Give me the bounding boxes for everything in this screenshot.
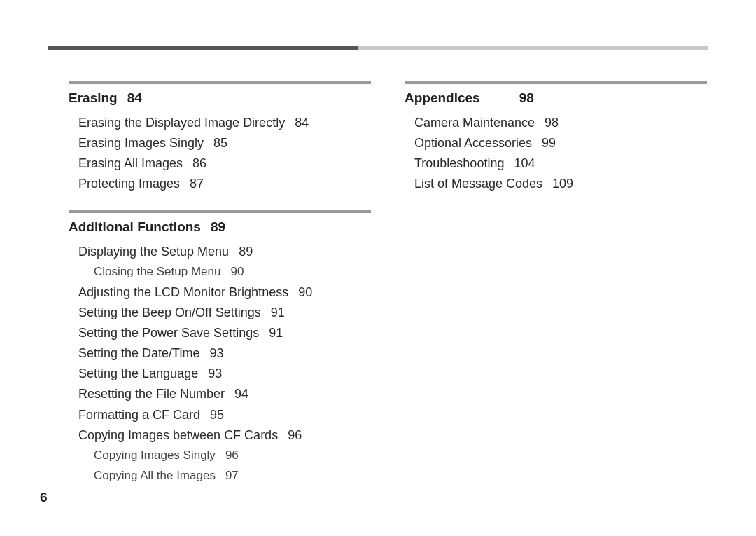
entry-title: Erasing Images Singly (78, 136, 204, 150)
section-divider (69, 210, 371, 213)
left-column: Erasing84Erasing the Displayed Image Dir… (69, 81, 371, 515)
toc-entry: Setting the Date/Time93 (69, 343, 371, 364)
toc-subentry: Closing the Setup Menu90 (69, 262, 371, 282)
entry-page: 93 (209, 346, 223, 360)
entry-title: Setting the Beep On/Off Settings (78, 305, 261, 319)
toc-section: Erasing84Erasing the Displayed Image Dir… (69, 81, 371, 195)
entry-title: Copying Images Singly (94, 448, 216, 462)
toc-entry: Protecting Images87 (69, 174, 371, 194)
entry-title: Optional Accessories (414, 136, 532, 150)
toc-section: Additional Functions89Displaying the Set… (69, 210, 371, 486)
entry-page: 109 (552, 177, 573, 191)
toc-entry: Setting the Power Save Settings91 (69, 323, 371, 343)
entry-title: Setting the Date/Time (78, 346, 200, 360)
toc-entry: Resetting the File Number94 (69, 384, 371, 404)
toc-entry: Formatting a CF Card95 (69, 405, 371, 425)
toc-subentry: Copying All the Images97 (69, 466, 371, 486)
entry-title: Copying All the Images (94, 469, 216, 482)
entry-title: Displaying the Setup Menu (78, 245, 229, 259)
section-divider (405, 81, 707, 84)
entry-title: Setting the Language (78, 366, 198, 380)
entry-page: 95 (210, 408, 224, 422)
entry-title: Erasing All Images (78, 156, 183, 170)
entry-page: 91 (271, 305, 285, 319)
toc-subentry: Copying Images Singly96 (69, 446, 371, 466)
section-title: Erasing (69, 90, 118, 105)
section-heading: Appendices98 (405, 90, 707, 106)
entry-page: 91 (269, 326, 283, 340)
page: Erasing84Erasing the Displayed Image Dir… (0, 0, 756, 536)
entry-title: Protecting Images (78, 177, 180, 191)
entry-page: 97 (225, 469, 239, 482)
section-page: 89 (211, 219, 225, 234)
entry-title: Closing the Setup Menu (94, 265, 220, 278)
section-page: 84 (127, 90, 142, 105)
toc-entry: List of Message Codes109 (405, 174, 707, 194)
entry-title: Copying Images between CF Cards (78, 428, 278, 442)
entry-title: Setting the Power Save Settings (78, 326, 259, 340)
toc-entry: Setting the Beep On/Off Settings91 (69, 303, 371, 323)
entry-title: Camera Maintenance (414, 116, 535, 130)
entry-page: 84 (295, 116, 309, 130)
entry-page: 96 (288, 428, 302, 442)
entry-title: List of Message Codes (414, 177, 542, 191)
entry-page: 96 (225, 448, 239, 462)
entry-title: Troubleshooting (414, 156, 504, 170)
entry-page: 99 (542, 136, 556, 150)
toc-entry: Optional Accessories99 (405, 133, 707, 153)
entry-title: Adjusting the LCD Monitor Brightness (78, 285, 288, 299)
entry-page: 89 (239, 245, 253, 259)
section-heading: Additional Functions89 (69, 219, 371, 235)
section-title: Additional Functions (69, 219, 201, 234)
toc-entry: Erasing Images Singly85 (69, 133, 371, 153)
toc-entry: Setting the Language93 (69, 364, 371, 384)
toc-entry: Adjusting the LCD Monitor Brightness90 (69, 282, 371, 303)
section-divider (69, 81, 371, 84)
entry-page: 90 (298, 285, 312, 299)
top-divider-light (358, 46, 708, 50)
top-divider (48, 46, 708, 50)
entry-page: 98 (545, 116, 559, 130)
toc-section: Appendices98Camera Maintenance98Optional… (405, 81, 707, 195)
top-divider-dark (48, 46, 358, 50)
entry-page: 104 (514, 156, 535, 170)
entry-title: Erasing the Displayed Image Directly (78, 116, 285, 130)
section-heading: Erasing84 (69, 90, 371, 106)
toc-entry: Erasing the Displayed Image Directly84 (69, 113, 371, 133)
section-page: 98 (519, 90, 534, 105)
toc-entry: Camera Maintenance98 (405, 113, 707, 133)
entry-page: 93 (208, 366, 222, 380)
entry-title: Resetting the File Number (78, 387, 225, 401)
toc-entry: Erasing All Images86 (69, 153, 371, 174)
right-column: Appendices98Camera Maintenance98Optional… (405, 81, 707, 515)
toc-entry: Displaying the Setup Menu89 (69, 242, 371, 262)
section-title: Appendices (405, 90, 480, 105)
page-number: 6 (40, 490, 48, 505)
entry-page: 94 (234, 387, 248, 401)
content-columns: Erasing84Erasing the Displayed Image Dir… (69, 81, 707, 515)
toc-entry: Troubleshooting104 (405, 153, 707, 174)
entry-title: Formatting a CF Card (78, 408, 200, 422)
entry-page: 85 (214, 136, 227, 150)
entry-page: 86 (192, 156, 206, 170)
entry-page: 87 (190, 177, 204, 191)
toc-entry: Copying Images between CF Cards96 (69, 425, 371, 446)
entry-page: 90 (230, 265, 244, 278)
